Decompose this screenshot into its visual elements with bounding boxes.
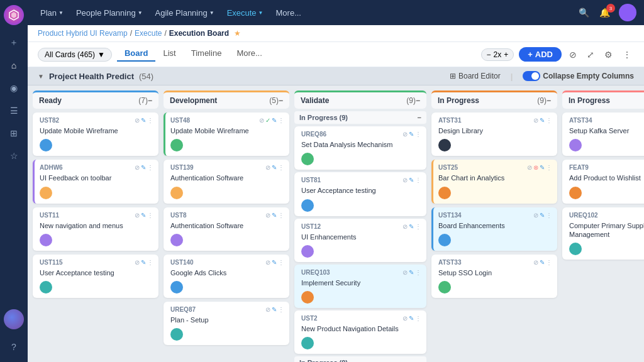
tab-board[interactable]: Board [117, 46, 156, 62]
sidebar-item-list[interactable]: ☰ [4, 101, 24, 121]
card-adhw6[interactable]: ADHW6 ⊘ ✎ ⋮ UI Feedback on toolbar [33, 160, 158, 203]
card-ureq86[interactable]: UREQ86 ⊘ ✎ ⋮ Set Data Analysis Mechanism [294, 126, 426, 170]
card-edit-icon[interactable]: ✎ [141, 212, 146, 219]
card-atst34[interactable]: ATST34 ⊘ ✎ ⋮ Setup Kafka Server [562, 112, 644, 156]
card-edit-icon[interactable]: ✎ [409, 269, 414, 276]
col-minus-icon[interactable]: − [148, 96, 152, 105]
search-icon[interactable]: 🔍 [575, 5, 593, 20]
nav-people-planning[interactable]: People Planning ▼ [71, 6, 148, 20]
card-ust8[interactable]: UST8 ⊘ ✎ ⋮ Authentication Software [164, 207, 289, 251]
card-more-icon[interactable]: ⋮ [147, 117, 153, 124]
card-more-icon[interactable]: ⋮ [415, 131, 421, 138]
col-minus-icon[interactable]: − [547, 96, 551, 105]
collapse-empty-button[interactable]: Collapse Empty Columns [523, 71, 634, 81]
card-edit-icon[interactable]: ✎ [540, 164, 545, 171]
card-ureq103[interactable]: UREQ103 ⊘ ✎ ⋮ Implement Security [294, 265, 426, 308]
card-edit-icon[interactable]: ✎ [540, 117, 545, 124]
more-icon[interactable]: ⋮ [620, 47, 634, 62]
card-edit-icon[interactable]: ✎ [272, 117, 277, 124]
card-ust25[interactable]: UST25 ⊘ ⊗ ✎ ⋮ Bar Chart in Analytics [431, 160, 557, 203]
sidebar-item-star[interactable]: ☆ [4, 146, 24, 166]
breadcrumb-project[interactable]: Product Hybrid UI Revamp [38, 29, 128, 38]
card-more-icon[interactable]: ⋮ [546, 259, 552, 266]
card-more-icon[interactable]: ⋮ [415, 315, 421, 322]
filter-button[interactable]: All Cards (465) ▼ [38, 48, 112, 62]
user-avatar[interactable] [619, 4, 636, 21]
card-atst33[interactable]: ATST33 ⊘ ✎ ⋮ Setup SSO Login [431, 255, 557, 298]
nav-more[interactable]: More... [271, 6, 306, 20]
tab-timeline[interactable]: Timeline [184, 46, 230, 62]
card-ust134[interactable]: UST134 ⊘ ✎ ⋮ Board Enhancements [431, 207, 557, 251]
card-more-icon[interactable]: ⋮ [415, 177, 421, 184]
sidebar-item-add[interactable]: ＋ [4, 33, 24, 53]
card-edit-icon[interactable]: ✎ [409, 177, 414, 184]
settings-icon[interactable]: ⚙ [602, 47, 615, 62]
col-minus-icon[interactable]: − [279, 96, 283, 105]
card-ust115[interactable]: UST115 ⊘ ✎ ⋮ User Acceptance testing [33, 255, 158, 298]
card-ust81[interactable]: UST81 ⊘ ✎ ⋮ User Acceptance testing [294, 172, 426, 216]
card-more-icon[interactable]: ⋮ [278, 164, 284, 171]
notification-bell[interactable]: 🔔 3 [596, 5, 614, 20]
card-edit-icon[interactable]: ✎ [141, 117, 146, 124]
card-edit-icon[interactable]: ✎ [141, 259, 146, 266]
card-more-icon[interactable]: ⋮ [278, 117, 284, 124]
card-ust82[interactable]: UST82 ⊘ ✎ ⋮ Update Mobile Wireframe [33, 112, 158, 156]
card-edit-icon[interactable]: ✎ [272, 259, 277, 266]
card-ust48[interactable]: UST48 ⊘ ✓ ✎ ⋮ Update Mobile Wireframe [164, 112, 289, 156]
nav-plan[interactable]: Plan ▼ [35, 6, 69, 20]
sidebar-item-home[interactable]: ⌂ [4, 55, 24, 75]
card-edit-icon[interactable]: ✎ [409, 315, 414, 322]
sidebar-item-help[interactable]: ? [4, 337, 24, 357]
tab-more[interactable]: More... [229, 46, 269, 62]
card-ust139[interactable]: UST139 ⊘ ✎ ⋮ Authentication Software [164, 160, 289, 203]
breadcrumb-execute[interactable]: Execute [135, 29, 162, 38]
zoom-control[interactable]: − 2x + [481, 48, 514, 61]
favorite-star[interactable]: ★ [234, 29, 241, 38]
card-more-icon[interactable]: ⋮ [147, 164, 153, 171]
toggle-switch[interactable] [523, 71, 540, 81]
card-more-icon[interactable]: ⋮ [546, 117, 552, 124]
card-ust11[interactable]: UST11 ⊘ ✎ ⋮ New navigation and menus [33, 207, 158, 251]
group-collapse-arrow[interactable]: ▼ [38, 73, 44, 80]
board-editor-button[interactable]: ⊞ Board Editor [450, 72, 501, 80]
card-edit-icon[interactable]: ✎ [141, 164, 146, 171]
card-more-icon[interactable]: ⋮ [546, 212, 552, 219]
card-edit-icon[interactable]: ✎ [272, 306, 277, 313]
tab-list[interactable]: List [155, 46, 183, 62]
card-feat9[interactable]: FEAT9 ⊘ ✎ ⋮ Add Product to Wishlist [562, 160, 644, 203]
card-more-icon[interactable]: ⋮ [278, 212, 284, 219]
sidebar-avatar[interactable] [4, 309, 24, 329]
card-ureq87[interactable]: UREQ87 ⊘ ✎ ⋮ Plan - Setup [164, 302, 289, 345]
nav-execute[interactable]: Execute ▼ [222, 6, 269, 20]
card-edit-icon[interactable]: ✎ [272, 212, 277, 219]
add-button[interactable]: + ADD [519, 47, 562, 62]
card-ust140[interactable]: UST140 ⊘ ✎ ⋮ Google Ads Clicks [164, 255, 289, 298]
card-ureq102[interactable]: UREQ102 ⊘ ✎ ⋮ Computer Primary Supplies … [562, 207, 644, 260]
nav-agile-planning[interactable]: Agile Planning ▼ [150, 6, 219, 20]
card-atst31[interactable]: ATST31 ⊘ ✎ ⋮ Design Library [431, 112, 557, 156]
card-edit-icon[interactable]: ✎ [409, 223, 414, 230]
sidebar-item-grid[interactable]: ⊞ [4, 123, 24, 143]
card-edit-icon[interactable]: ✎ [540, 259, 545, 266]
subheader-minus2[interactable]: − [418, 359, 421, 362]
sidebar-item-circle[interactable]: ◉ [4, 78, 24, 98]
card-more-icon[interactable]: ⋮ [546, 164, 552, 171]
subheader-minus[interactable]: − [418, 114, 421, 121]
card-more-icon[interactable]: ⋮ [415, 223, 421, 230]
card-more-icon[interactable]: ⋮ [278, 259, 284, 266]
zoom-decrease[interactable]: − [487, 50, 491, 59]
col-minus-icon[interactable]: − [416, 96, 420, 105]
card-more-icon[interactable]: ⋮ [147, 259, 153, 266]
logo[interactable] [4, 5, 24, 25]
filter-icon[interactable]: ⊘ [567, 47, 579, 62]
expand-icon[interactable]: ⤢ [584, 47, 597, 62]
card-more-icon[interactable]: ⋮ [278, 306, 284, 313]
card-ust2[interactable]: UST2 ⊘ ✎ ⋮ New Product Navigation Detail… [294, 310, 426, 354]
card-more-icon[interactable]: ⋮ [147, 212, 153, 219]
card-more-icon[interactable]: ⋮ [415, 269, 421, 276]
card-edit-icon[interactable]: ✎ [540, 212, 545, 219]
card-ust12[interactable]: UST12 ⊘ ✎ ⋮ UI Enhancements [294, 219, 426, 262]
zoom-increase[interactable]: + [504, 50, 508, 59]
card-edit-icon[interactable]: ✎ [272, 164, 277, 171]
card-edit-icon[interactable]: ✎ [409, 131, 414, 138]
